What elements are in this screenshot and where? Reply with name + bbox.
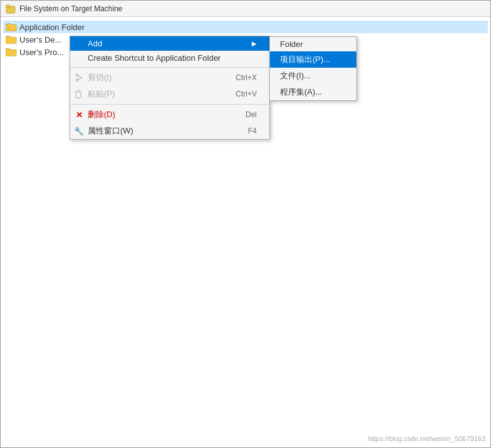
menu-item-cut-label: 剪切(I) [88,72,111,83]
watermark-text: https://blog.csdn.net/weixin_50679163 [368,435,485,442]
main-window: File System on Target Machine Applicatio… [0,0,491,448]
svg-rect-7 [6,49,16,56]
title-bar: File System on Target Machine [1,1,490,17]
sub-menu: Folder 项目输出(P)... 文件(I)... 程序集(A)... [269,36,357,101]
svg-rect-13 [77,90,80,92]
menu-item-create-shortcut-label: Create Shortcut to Application Folder [88,53,220,63]
menu-separator-2 [70,104,269,105]
menu-item-create-shortcut[interactable]: Create Shortcut to Application Folder [70,51,269,65]
menu-item-add[interactable]: Add ▶ Folder 项目输出(P)... 文件(I)... 程序集(A).… [70,36,269,51]
svg-rect-2 [6,5,10,7]
menu-item-paste: 粘贴(P) Ctrl+V [70,86,269,102]
menu-item-cut: 剪切(I) Ctrl+X [70,70,269,86]
context-menu: Add ▶ Folder 项目输出(P)... 文件(I)... 程序集(A).… [70,36,270,140]
svg-rect-6 [6,37,16,43]
sub-menu-project-output-label: 项目输出(P)... [280,54,330,65]
tree-item-label: User's Pro... [19,48,64,57]
paste-shortcut: Ctrl+V [235,90,257,98]
menu-item-paste-label: 粘贴(P) [88,88,115,100]
tree-panel: Application Folder User's De... User's P… [1,17,490,447]
submenu-arrow-icon: ▶ [252,40,257,47]
sub-menu-item-file[interactable]: 文件(I)... [270,68,356,84]
watermark: https://blog.csdn.net/weixin_50679163 [368,435,485,442]
menu-separator-1 [70,67,269,68]
sub-menu-folder-label: Folder [280,39,303,49]
title-bar-icon [6,4,16,14]
sub-menu-item-assembly[interactable]: 程序集(A)... [270,84,356,100]
properties-shortcut: F4 [248,127,257,135]
scissors-icon [74,73,84,83]
tree-item-application-folder[interactable]: Application Folder [3,21,488,33]
svg-rect-12 [76,91,81,98]
delete-icon: ✕ [74,110,84,120]
sub-menu-item-project-output[interactable]: 项目输出(P)... [270,51,356,68]
tree-item-label: User's De... [19,35,62,44]
cut-shortcut: Ctrl+X [235,73,257,82]
sub-menu-file-label: 文件(I)... [280,70,311,81]
menu-item-delete-label: 删除(D) [88,109,115,120]
menu-item-properties-label: 属性窗口(W) [88,125,133,137]
sub-menu-assembly-label: 程序集(A)... [280,86,322,98]
menu-item-properties[interactable]: 🔧 属性窗口(W) F4 [70,123,269,139]
menu-item-delete[interactable]: ✕ 删除(D) Del [70,107,269,123]
delete-shortcut: Del [246,110,257,119]
wrench-icon: 🔧 [74,126,84,136]
tree-item-label: Application Folder [19,23,85,32]
title-bar-text: File System on Target Machine [19,4,123,13]
svg-rect-5 [7,27,10,29]
paste-icon [74,89,84,99]
menu-item-add-label: Add [88,39,102,48]
sub-menu-item-folder[interactable]: Folder [270,37,356,51]
